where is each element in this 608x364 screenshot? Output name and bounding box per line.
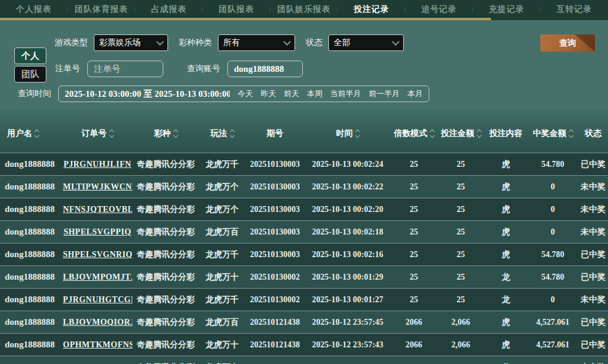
cell-issue: 202510121438 xyxy=(245,311,305,334)
order-no-link[interactable]: MLTIPWJKWCNK xyxy=(63,182,132,191)
nav-tab-6[interactable]: 追号记录 xyxy=(406,0,473,18)
column-label: 用户名 xyxy=(7,128,32,138)
cell-order-no: MLTIPWJKWCNK xyxy=(62,176,132,198)
cell-order-no: OPHMTKMOFNSM xyxy=(62,334,132,356)
lottery-kind-select[interactable]: 所有 xyxy=(218,34,295,51)
quick-range-4[interactable]: 当前半月 xyxy=(330,88,361,99)
column-header-play[interactable]: 玩法 xyxy=(199,110,245,153)
cell-multiple-mode: 500 xyxy=(391,356,437,364)
column-header-order-no[interactable]: 订单号 xyxy=(62,110,132,153)
column-label: 玩法 xyxy=(211,128,227,138)
cell-win-amount: 0 xyxy=(527,221,578,243)
nav-tab-5[interactable]: 投注记录 xyxy=(338,0,406,18)
filter-row-selects: 游戏类型 彩票娱乐场 彩种种类 所有 状态 全部 xyxy=(55,34,404,51)
cell-username: dong1888888 xyxy=(0,243,62,266)
cell-lottery: 奇趣腾讯分分彩 xyxy=(132,243,199,266)
cell-bet-content: 虎 xyxy=(484,176,527,198)
order-no-link[interactable]: LBJOVMPOMJTJ xyxy=(63,273,132,281)
game-type-select[interactable]: 彩票娱乐场 xyxy=(94,34,168,51)
quick-range-1[interactable]: 昨天 xyxy=(261,88,276,99)
nav-tab-8[interactable]: 互转记录 xyxy=(540,0,608,18)
column-label: 中奖金额 xyxy=(533,128,566,138)
game-type-label: 游戏类型 xyxy=(55,37,88,48)
scope-team-button[interactable]: 团队 xyxy=(14,66,46,83)
time-range-value[interactable]: 2025-10-12 03:00:00 至 2025-10-13 03:00:0… xyxy=(65,88,230,100)
nav-tab-3[interactable]: 团队报表 xyxy=(202,0,270,18)
cell-win-amount: 4,527.061 xyxy=(527,334,578,356)
table-row: dong1888888LBJOVMOQIORJ奇趣腾讯分分彩龙虎万百202510… xyxy=(0,311,608,334)
cell-lottery: 奇趣腾讯分分彩 xyxy=(132,221,199,243)
column-header-multiple-mode[interactable]: 倍数模式 xyxy=(391,110,437,153)
nav-tab-2[interactable]: 占成报表 xyxy=(135,0,203,18)
table-header-row: 用户名订单号彩种玩法期号时间倍数模式投注金额投注内容中奖金额状态 xyxy=(0,110,608,153)
column-header-bet-content: 投注内容 xyxy=(484,110,527,153)
nav-tab-7[interactable]: 充提记录 xyxy=(473,0,540,18)
quick-range-2[interactable]: 前天 xyxy=(284,88,299,99)
sort-icon xyxy=(230,130,234,137)
nav-tab-4[interactable]: 团队娱乐报表 xyxy=(270,0,338,18)
order-no-input[interactable] xyxy=(87,61,163,77)
sort-icon xyxy=(35,130,39,137)
cell-bet-amount: 25 xyxy=(437,198,484,221)
cell-status: 已中奖 xyxy=(578,266,608,289)
cell-multiple-mode: 2066 xyxy=(391,311,437,334)
cell-lottery: 奇趣腾讯分分彩 xyxy=(132,153,199,176)
cell-multiple-mode: 25 xyxy=(391,176,437,198)
cell-issue: 202510121438 xyxy=(245,334,305,356)
column-header-lottery[interactable]: 彩种 xyxy=(132,110,199,153)
order-no-link[interactable]: LBJOVMOQIORJ xyxy=(63,318,132,327)
table-row: dong1888888SHPELSVGPPIQ奇趣腾讯分分彩龙虎万百202510… xyxy=(0,221,608,243)
chevron-down-icon xyxy=(392,38,400,46)
column-header-time[interactable]: 时间 xyxy=(305,110,391,153)
order-no-link[interactable]: SHPELSVGNRIQ xyxy=(63,250,132,259)
cell-bet-amount: 25 xyxy=(437,266,484,289)
column-header-bet-amount[interactable]: 投注金额 xyxy=(437,110,484,153)
cell-lottery: 奇趣腾讯分分彩 xyxy=(132,356,199,364)
quick-range-3[interactable]: 本周 xyxy=(307,88,322,99)
account-label: 查询账号 xyxy=(187,64,220,74)
nav-tab-1[interactable]: 团队体育报表 xyxy=(68,0,135,18)
sort-icon xyxy=(174,130,178,137)
cell-time: 2025-10-13 00:02:20 xyxy=(305,198,391,221)
cell-bet-amount: 25 xyxy=(437,243,484,266)
cell-bet-amount: 25 xyxy=(437,221,484,243)
cell-time: 2025-10-13 00:02:24 xyxy=(305,153,391,176)
cell-bet-content: 虎 xyxy=(484,153,527,176)
nav-tab-0[interactable]: 个人报表 xyxy=(0,0,68,18)
status-select[interactable]: 全部 xyxy=(328,34,404,51)
account-input[interactable] xyxy=(227,61,303,77)
cell-bet-amount: 25 xyxy=(437,289,484,311)
cell-order-no: LBJOVMPOMJTJ xyxy=(62,266,132,289)
order-no-link[interactable]: SHPELSVGPPIQ xyxy=(64,227,131,236)
cell-status: 未中奖 xyxy=(578,289,608,311)
cell-bet-content: 龙 xyxy=(484,289,527,311)
table-row: dong1888888LBJOVMPOMJTJ奇趣腾讯分分彩龙虎万十202510… xyxy=(0,266,608,289)
order-no-link[interactable]: PJRGNUHJLIFN xyxy=(64,160,131,169)
column-label: 倍数模式 xyxy=(394,128,428,138)
quick-range-0[interactable]: 今天 xyxy=(238,88,253,99)
cell-order-no: SHPELSVGNRIQ xyxy=(62,243,132,266)
column-label: 订单号 xyxy=(82,128,107,138)
quick-range-5[interactable]: 前一半月 xyxy=(369,88,400,99)
cell-time: 2025-10-12 23:57:43 xyxy=(305,334,391,356)
search-button-label: 查询 xyxy=(559,38,576,48)
cell-issue: 202510130003 xyxy=(245,221,305,243)
order-no-label: 注单号 xyxy=(55,64,80,74)
order-no-link[interactable]: OPHMTKMOFNSM xyxy=(63,340,132,349)
order-no-link[interactable]: NFNSJQTEOVBL xyxy=(63,205,132,214)
scope-personal-button[interactable]: 个人 xyxy=(14,48,46,64)
order-no-link[interactable]: PJRGNUHGTCGN xyxy=(63,295,132,304)
cell-order-no: PJRGNUHGTCGN xyxy=(62,289,132,311)
cell-multiple-mode: 25 xyxy=(391,221,437,243)
column-header-win-amount[interactable]: 中奖金额 xyxy=(527,110,578,153)
cell-multiple-mode: 2066 xyxy=(391,334,437,356)
column-header-username[interactable]: 用户名 xyxy=(0,110,62,153)
search-button[interactable]: 查询 xyxy=(540,34,595,52)
cell-play: 龙虎万百 xyxy=(199,221,245,243)
cell-lottery: 奇趣腾讯分分彩 xyxy=(132,266,199,289)
cell-username: dong1888888 xyxy=(0,334,62,356)
time-range-box[interactable]: 2025-10-12 03:00:00 至 2025-10-13 03:00:0… xyxy=(58,86,429,102)
quick-range-6[interactable]: 本月 xyxy=(407,88,423,99)
column-header-status: 状态 xyxy=(578,110,608,153)
cell-win-amount: 54.780 xyxy=(527,266,578,289)
